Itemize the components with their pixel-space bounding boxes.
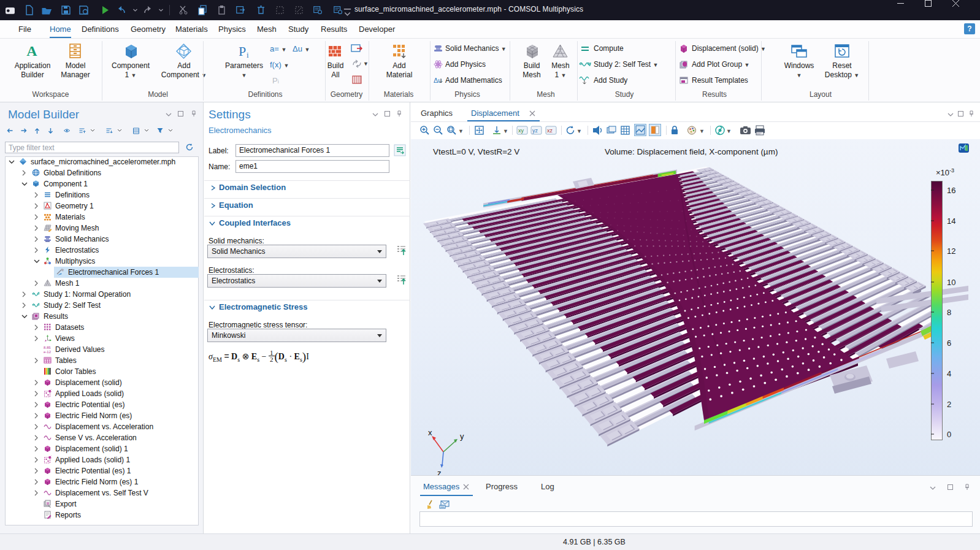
svg-text:z: z	[437, 468, 442, 475]
svg-text:A: A	[26, 43, 37, 59]
svg-text:e-12: e-12	[44, 350, 52, 354]
svg-text:y: y	[460, 432, 464, 441]
svg-text:yz: yz	[532, 128, 538, 134]
svg-text:x: x	[428, 429, 432, 437]
svg-text:xy: xy	[518, 128, 524, 134]
svg-text:xz: xz	[547, 128, 553, 134]
svg-text:8.85: 8.85	[44, 346, 51, 349]
svg-text:i: i	[247, 50, 249, 59]
svg-text:Δu: Δu	[434, 77, 442, 84]
svg-text:P: P	[239, 44, 246, 59]
